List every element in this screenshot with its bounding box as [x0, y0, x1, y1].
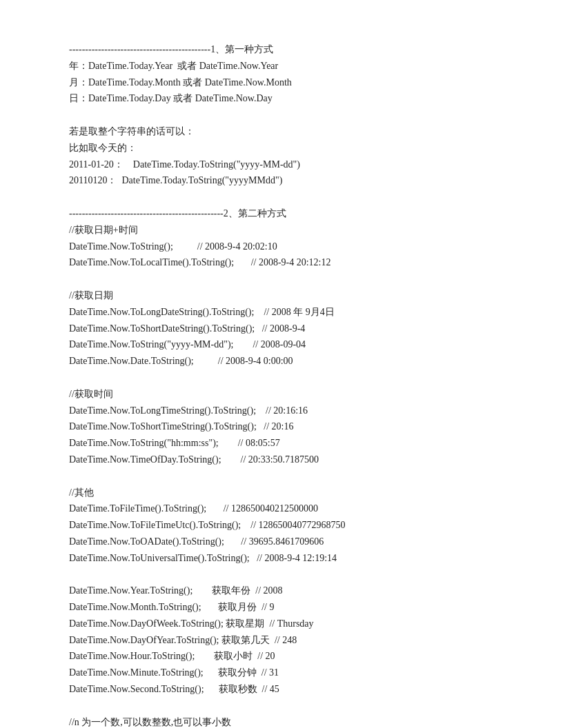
text-line: DateTime.Now.DayOfWeek.ToString(); 获取星期 … [69, 616, 508, 632]
blank-line [69, 107, 508, 123]
text-line: DateTime.Now.Year.ToString(); 获取年份 // 20… [69, 583, 508, 599]
text-line: 日：DateTime.Today.Day 或者 DateTime.Now.Day [69, 90, 508, 107]
text-line: DateTime.Now.ToLocalTime().ToString(); /… [69, 254, 508, 271]
blank-line [69, 370, 508, 386]
text-line: 月：DateTime.Today.Month 或者 DateTime.Now.M… [69, 74, 508, 91]
text-line: //获取日期 [69, 287, 508, 304]
text-line: DateTime.Now.Minute.ToString(); 获取分钟 // … [69, 665, 508, 681]
text-line: DateTime.Now.ToShortTimeString().ToStrin… [69, 418, 508, 435]
blank-line [69, 271, 508, 287]
text-line: ----------------------------------------… [69, 41, 508, 58]
main-content: ----------------------------------------… [69, 41, 508, 728]
blank-line [69, 468, 508, 485]
text-line: DateTime.Now.ToString(); // 2008-9-4 20:… [69, 239, 508, 255]
text-line: DateTime.Now.Month.ToString(); 获取月份 // 9 [69, 599, 508, 616]
text-line: DateTime.Now.TimeOfDay.ToString(); // 20… [69, 452, 508, 468]
text-line: DateTime.Now.ToFileTimeUtc().ToString();… [69, 517, 508, 534]
text-line: //获取日期+时间 [69, 222, 508, 239]
text-line: DateTime.Now.ToShortDateString().ToStrin… [69, 321, 508, 337]
text-line: DateTime.Now.Date.ToString(); // 2008-9-… [69, 353, 508, 370]
text-line: DateTime.Now.DayOfYear.ToString(); 获取第几天… [69, 632, 508, 649]
text-line: //其他 [69, 485, 508, 501]
text-line: DateTime.Now.Second.ToString(); 获取秒数 // … [69, 681, 508, 698]
text-line: //n 为一个数,可以数整数,也可以事小数 [69, 714, 508, 728]
blank-line [69, 189, 508, 205]
text-line: DateTime.Now.ToLongTimeString().ToString… [69, 403, 508, 419]
text-line: 20110120： DateTime.Today.ToString("yyyyM… [69, 172, 508, 189]
text-line: DateTime.Now.ToString("yyyy-MM-dd"); // … [69, 336, 508, 353]
text-line: 若是取整个字符串的话可以： [69, 123, 508, 140]
text-line: DateTime.ToFileTime().ToString(); // 128… [69, 501, 508, 517]
text-line: DateTime.Now.ToLongDateString().ToString… [69, 304, 508, 321]
text-line: DateTime.Now.ToUniversalTime().ToString(… [69, 550, 508, 567]
text-line: 2011-01-20： DateTime.Today.ToString("yyy… [69, 156, 508, 173]
text-line: //获取时间 [69, 386, 508, 403]
blank-line [69, 698, 508, 714]
text-line: 年：DateTime.Today.Year 或者 DateTime.Now.Ye… [69, 58, 508, 74]
text-line: ----------------------------------------… [69, 205, 508, 222]
blank-line [69, 567, 508, 583]
text-line: DateTime.Now.ToOADate().ToString(); // 3… [69, 534, 508, 550]
text-line: 比如取今天的： [69, 140, 508, 156]
text-line: DateTime.Now.ToString("hh:mm:ss"); // 08… [69, 435, 508, 452]
text-line: DateTime.Now.Hour.ToString(); 获取小时 // 20 [69, 648, 508, 665]
